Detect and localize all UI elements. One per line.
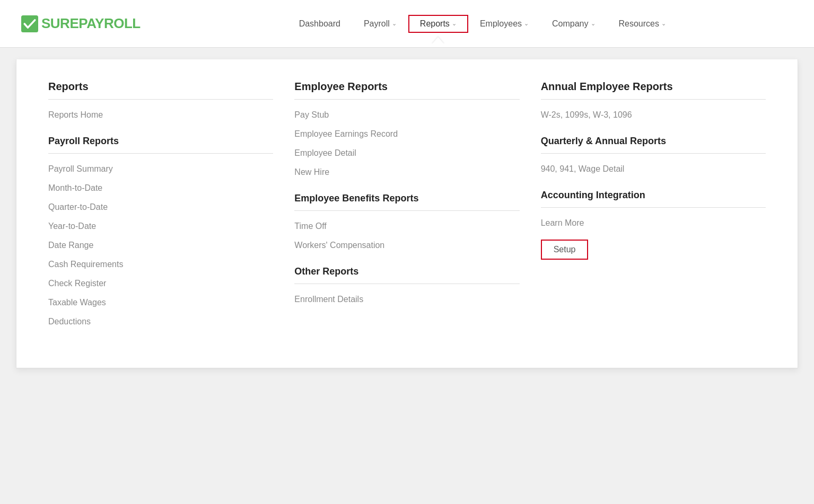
nav-payroll[interactable]: Payroll ⌄ [352, 15, 408, 33]
col-annual-reports-title: Annual Employee Reports [541, 81, 766, 93]
nav-reports[interactable]: Reports ⌄ [408, 15, 468, 33]
setup-button[interactable]: Setup [541, 240, 589, 260]
employee-benefits-divider [294, 210, 519, 211]
payroll-reports-title: Payroll Reports [48, 136, 273, 147]
link-learn-more[interactable]: Learn More [541, 218, 766, 228]
payroll-reports-divider [48, 153, 273, 154]
link-check-register[interactable]: Check Register [48, 279, 273, 288]
accounting-integration-title: Accounting Integration [541, 190, 766, 201]
link-new-hire[interactable]: New Hire [294, 167, 519, 177]
link-employee-detail[interactable]: Employee Detail [294, 148, 519, 158]
col-reports-title: Reports [48, 81, 273, 93]
nav-dashboard[interactable]: Dashboard [287, 15, 352, 33]
link-month-to-date[interactable]: Month-to-Date [48, 183, 273, 193]
nav-company[interactable]: Company ⌄ [540, 15, 607, 33]
logo-checkmark-icon [21, 15, 38, 32]
nav-employees[interactable]: Employees ⌄ [468, 15, 540, 33]
link-deductions[interactable]: Deductions [48, 317, 273, 326]
logo-sure: SURE [41, 15, 78, 31]
col-annual-reports: Annual Employee Reports W-2s, 1099s, W-3… [541, 81, 766, 336]
col-employee-reports-divider [294, 99, 519, 100]
link-date-range[interactable]: Date Range [48, 241, 273, 250]
link-pay-stub[interactable]: Pay Stub [294, 110, 519, 120]
reports-chevron-icon: ⌄ [452, 20, 457, 27]
col-annual-reports-divider [541, 99, 766, 100]
other-reports-divider [294, 284, 519, 284]
employees-chevron-icon: ⌄ [524, 20, 529, 27]
nav-reports-wrapper: Reports ⌄ [408, 15, 468, 33]
link-940-941[interactable]: 940, 941, Wage Detail [541, 164, 766, 174]
col-employee-reports-title: Employee Reports [294, 81, 519, 93]
link-enrollment-details[interactable]: Enrollment Details [294, 295, 519, 304]
link-year-to-date[interactable]: Year-to-Date [48, 222, 273, 231]
logo[interactable]: SUREPAYROLL [21, 15, 141, 32]
link-employee-earnings-record[interactable]: Employee Earnings Record [294, 129, 519, 139]
link-taxable-wages[interactable]: Taxable Wages [48, 298, 273, 307]
company-chevron-icon: ⌄ [591, 20, 596, 27]
link-time-off[interactable]: Time Off [294, 222, 519, 231]
dropdown-caret [432, 37, 444, 45]
payroll-chevron-icon: ⌄ [392, 20, 397, 27]
nav-resources[interactable]: Resources ⌄ [607, 15, 678, 33]
reports-dropdown: Reports Reports Home Payroll Reports Pay… [16, 59, 798, 368]
quarterly-annual-title: Quarterly & Annual Reports [541, 136, 766, 147]
link-w2s[interactable]: W-2s, 1099s, W-3, 1096 [541, 110, 766, 120]
logo-text: SUREPAYROLL [41, 15, 141, 32]
logo-payroll: PAYROLL [78, 15, 140, 31]
link-quarter-to-date[interactable]: Quarter-to-Date [48, 202, 273, 212]
link-payroll-summary[interactable]: Payroll Summary [48, 164, 273, 174]
quarterly-annual-divider [541, 153, 766, 154]
link-reports-home[interactable]: Reports Home [48, 110, 273, 120]
accounting-integration-divider [541, 207, 766, 208]
link-cash-requirements[interactable]: Cash Requirements [48, 260, 273, 269]
resources-chevron-icon: ⌄ [661, 20, 666, 27]
employee-benefits-reports-title: Employee Benefits Reports [294, 193, 519, 204]
other-reports-title: Other Reports [294, 266, 519, 277]
col-employee-reports: Employee Reports Pay Stub Employee Earni… [294, 81, 519, 336]
header: SUREPAYROLL Dashboard Payroll ⌄ Reports … [0, 0, 814, 48]
col-reports: Reports Reports Home Payroll Reports Pay… [48, 81, 273, 336]
main-nav: Dashboard Payroll ⌄ Reports ⌄ Employees … [172, 15, 793, 33]
col-reports-divider [48, 99, 273, 100]
link-workers-compensation[interactable]: Workers' Compensation [294, 241, 519, 250]
